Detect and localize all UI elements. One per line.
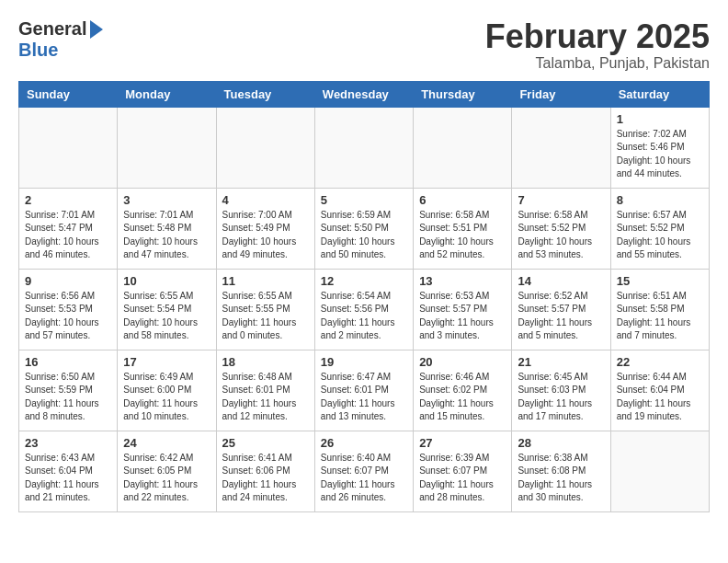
- day-number: 21: [518, 355, 604, 369]
- calendar-cell: 2Sunrise: 7:01 AMSunset: 5:47 PMDaylight…: [19, 188, 118, 269]
- calendar-cell: 24Sunrise: 6:42 AMSunset: 6:05 PMDayligh…: [118, 431, 216, 511]
- calendar-cell: 19Sunrise: 6:47 AMSunset: 6:01 PMDayligh…: [314, 350, 413, 431]
- day-info: Sunrise: 6:46 AMSunset: 6:02 PMDaylight:…: [419, 371, 506, 424]
- weekday-header-thursday: Thursday: [414, 81, 512, 107]
- calendar-cell: 3Sunrise: 7:01 AMSunset: 5:48 PMDaylight…: [118, 188, 216, 269]
- calendar-cell: 11Sunrise: 6:55 AMSunset: 5:55 PMDayligh…: [216, 269, 314, 350]
- day-number: 1: [617, 112, 703, 126]
- calendar-week-3: 16Sunrise: 6:50 AMSunset: 5:59 PMDayligh…: [19, 350, 710, 431]
- day-number: 2: [25, 193, 111, 207]
- day-info: Sunrise: 6:39 AMSunset: 6:07 PMDaylight:…: [419, 452, 506, 505]
- calendar-cell: [216, 107, 314, 188]
- day-number: 11: [222, 274, 309, 288]
- day-info: Sunrise: 6:48 AMSunset: 6:01 PMDaylight:…: [222, 371, 309, 424]
- calendar-cell: 28Sunrise: 6:38 AMSunset: 6:08 PMDayligh…: [512, 431, 610, 511]
- day-info: Sunrise: 6:55 AMSunset: 5:54 PMDaylight:…: [123, 290, 210, 343]
- calendar-cell: 17Sunrise: 6:49 AMSunset: 6:00 PMDayligh…: [118, 350, 216, 431]
- day-info: Sunrise: 6:45 AMSunset: 6:03 PMDaylight:…: [518, 371, 604, 424]
- calendar-cell: 4Sunrise: 7:00 AMSunset: 5:49 PMDaylight…: [216, 188, 314, 269]
- calendar-cell: 12Sunrise: 6:54 AMSunset: 5:56 PMDayligh…: [314, 269, 413, 350]
- calendar-cell: 7Sunrise: 6:58 AMSunset: 5:52 PMDaylight…: [512, 188, 610, 269]
- day-info: Sunrise: 6:49 AMSunset: 6:00 PMDaylight:…: [123, 371, 210, 424]
- day-info: Sunrise: 6:59 AMSunset: 5:50 PMDaylight:…: [321, 209, 407, 262]
- weekday-header-saturday: Saturday: [610, 81, 709, 107]
- calendar-week-0: 1Sunrise: 7:02 AMSunset: 5:46 PMDaylight…: [19, 107, 710, 188]
- logo-blue: Blue: [18, 40, 58, 61]
- day-number: 16: [25, 355, 111, 369]
- calendar-header: SundayMondayTuesdayWednesdayThursdayFrid…: [19, 81, 710, 107]
- calendar-cell: 21Sunrise: 6:45 AMSunset: 6:03 PMDayligh…: [512, 350, 610, 431]
- calendar-cell: [610, 431, 709, 511]
- day-number: 4: [222, 193, 309, 207]
- calendar-cell: 1Sunrise: 7:02 AMSunset: 5:46 PMDaylight…: [610, 107, 709, 188]
- day-number: 12: [321, 274, 407, 288]
- calendar-table: SundayMondayTuesdayWednesdayThursdayFrid…: [18, 81, 710, 512]
- weekday-header-friday: Friday: [512, 81, 610, 107]
- day-number: 14: [518, 274, 604, 288]
- day-number: 3: [123, 193, 210, 207]
- location-subtitle: Talamba, Punjab, Pakistan: [485, 55, 710, 72]
- day-info: Sunrise: 6:51 AMSunset: 5:58 PMDaylight:…: [617, 290, 703, 343]
- weekday-row: SundayMondayTuesdayWednesdayThursdayFrid…: [19, 81, 710, 107]
- day-number: 17: [123, 355, 210, 369]
- logo-general: General: [18, 18, 86, 40]
- day-info: Sunrise: 6:38 AMSunset: 6:08 PMDaylight:…: [518, 452, 604, 505]
- day-number: 28: [518, 436, 604, 450]
- day-info: Sunrise: 6:58 AMSunset: 5:52 PMDaylight:…: [518, 209, 604, 262]
- calendar-week-1: 2Sunrise: 7:01 AMSunset: 5:47 PMDaylight…: [19, 188, 710, 269]
- day-info: Sunrise: 7:02 AMSunset: 5:46 PMDaylight:…: [617, 128, 703, 181]
- weekday-header-monday: Monday: [118, 81, 216, 107]
- day-info: Sunrise: 6:56 AMSunset: 5:53 PMDaylight:…: [25, 290, 111, 343]
- calendar-week-4: 23Sunrise: 6:43 AMSunset: 6:04 PMDayligh…: [19, 431, 710, 511]
- day-number: 6: [419, 193, 506, 207]
- calendar-cell: 16Sunrise: 6:50 AMSunset: 5:59 PMDayligh…: [19, 350, 118, 431]
- day-info: Sunrise: 6:40 AMSunset: 6:07 PMDaylight:…: [321, 452, 407, 505]
- calendar-cell: 26Sunrise: 6:40 AMSunset: 6:07 PMDayligh…: [314, 431, 413, 511]
- day-info: Sunrise: 6:53 AMSunset: 5:57 PMDaylight:…: [419, 290, 506, 343]
- day-info: Sunrise: 6:55 AMSunset: 5:55 PMDaylight:…: [222, 290, 309, 343]
- calendar-cell: [314, 107, 413, 188]
- calendar-cell: 27Sunrise: 6:39 AMSunset: 6:07 PMDayligh…: [414, 431, 512, 511]
- day-info: Sunrise: 6:47 AMSunset: 6:01 PMDaylight:…: [321, 371, 407, 424]
- calendar-cell: [118, 107, 216, 188]
- day-info: Sunrise: 6:52 AMSunset: 5:57 PMDaylight:…: [518, 290, 604, 343]
- calendar-cell: 8Sunrise: 6:57 AMSunset: 5:52 PMDaylight…: [610, 188, 709, 269]
- calendar-cell: 13Sunrise: 6:53 AMSunset: 5:57 PMDayligh…: [414, 269, 512, 350]
- day-info: Sunrise: 6:58 AMSunset: 5:51 PMDaylight:…: [419, 209, 506, 262]
- calendar-cell: 10Sunrise: 6:55 AMSunset: 5:54 PMDayligh…: [118, 269, 216, 350]
- day-number: 18: [222, 355, 309, 369]
- calendar-body: 1Sunrise: 7:02 AMSunset: 5:46 PMDaylight…: [19, 107, 710, 511]
- day-number: 26: [321, 436, 407, 450]
- day-info: Sunrise: 6:42 AMSunset: 6:05 PMDaylight:…: [123, 452, 210, 505]
- day-info: Sunrise: 6:50 AMSunset: 5:59 PMDaylight:…: [25, 371, 111, 424]
- weekday-header-wednesday: Wednesday: [314, 81, 413, 107]
- title-block: February 2025 Talamba, Punjab, Pakistan: [485, 18, 710, 72]
- calendar-cell: 23Sunrise: 6:43 AMSunset: 6:04 PMDayligh…: [19, 431, 118, 511]
- calendar-cell: [19, 107, 118, 188]
- day-number: 10: [123, 274, 210, 288]
- calendar-cell: 6Sunrise: 6:58 AMSunset: 5:51 PMDaylight…: [414, 188, 512, 269]
- day-info: Sunrise: 6:43 AMSunset: 6:04 PMDaylight:…: [25, 452, 111, 505]
- day-number: 19: [321, 355, 407, 369]
- day-info: Sunrise: 7:01 AMSunset: 5:48 PMDaylight:…: [123, 209, 210, 262]
- page-header: General Blue February 2025 Talamba, Punj…: [18, 18, 710, 72]
- month-year-title: February 2025: [485, 18, 710, 55]
- day-info: Sunrise: 6:41 AMSunset: 6:06 PMDaylight:…: [222, 452, 309, 505]
- logo: General Blue: [18, 18, 103, 61]
- day-number: 20: [419, 355, 506, 369]
- calendar-cell: 22Sunrise: 6:44 AMSunset: 6:04 PMDayligh…: [610, 350, 709, 431]
- calendar-cell: 5Sunrise: 6:59 AMSunset: 5:50 PMDaylight…: [314, 188, 413, 269]
- calendar-cell: 25Sunrise: 6:41 AMSunset: 6:06 PMDayligh…: [216, 431, 314, 511]
- day-number: 15: [617, 274, 703, 288]
- calendar-cell: [512, 107, 610, 188]
- day-info: Sunrise: 7:00 AMSunset: 5:49 PMDaylight:…: [222, 209, 309, 262]
- day-number: 9: [25, 274, 111, 288]
- calendar-cell: 9Sunrise: 6:56 AMSunset: 5:53 PMDaylight…: [19, 269, 118, 350]
- day-number: 5: [321, 193, 407, 207]
- day-number: 24: [123, 436, 210, 450]
- calendar-cell: 20Sunrise: 6:46 AMSunset: 6:02 PMDayligh…: [414, 350, 512, 431]
- day-number: 13: [419, 274, 506, 288]
- calendar-week-2: 9Sunrise: 6:56 AMSunset: 5:53 PMDaylight…: [19, 269, 710, 350]
- day-info: Sunrise: 6:57 AMSunset: 5:52 PMDaylight:…: [617, 209, 703, 262]
- logo-arrow-icon: [90, 20, 103, 39]
